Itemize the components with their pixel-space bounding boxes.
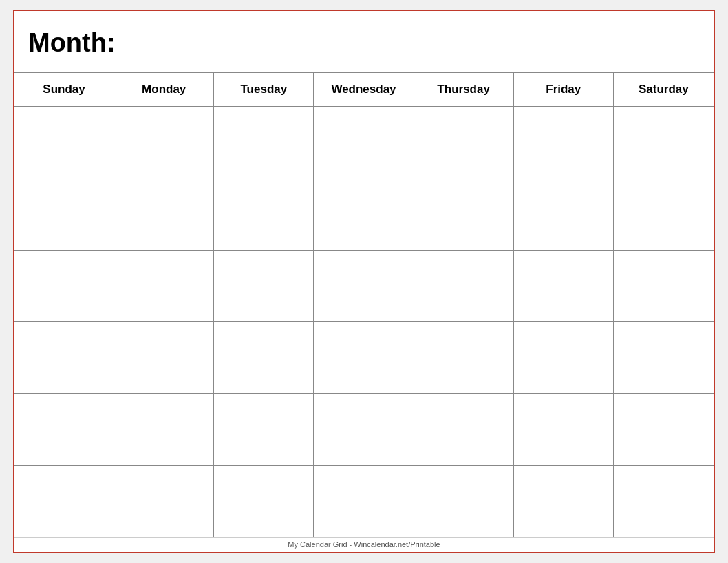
- day-cell-week3-tuesday[interactable]: [214, 251, 314, 321]
- day-header-friday: Friday: [514, 73, 614, 106]
- week-row-4: [14, 322, 714, 394]
- day-header-tuesday: Tuesday: [214, 73, 314, 106]
- day-cell-week4-friday[interactable]: [514, 322, 614, 393]
- day-cell-week6-sunday[interactable]: [14, 466, 114, 537]
- footer: My Calendar Grid - Wincalendar.net/Print…: [14, 537, 714, 552]
- day-cell-week5-wednesday[interactable]: [314, 394, 414, 465]
- day-header-sunday: Sunday: [14, 73, 114, 106]
- day-cell-week2-thursday[interactable]: [414, 178, 514, 249]
- day-cell-week1-tuesday[interactable]: [214, 107, 314, 178]
- weeks-container: [14, 107, 714, 537]
- day-cell-week3-monday[interactable]: [114, 251, 214, 321]
- day-cell-week5-friday[interactable]: [514, 394, 614, 465]
- day-cell-week4-sunday[interactable]: [14, 322, 114, 393]
- day-cell-week3-friday[interactable]: [514, 251, 614, 321]
- day-cell-week6-wednesday[interactable]: [314, 466, 414, 537]
- day-cell-week5-monday[interactable]: [114, 394, 214, 465]
- day-cell-week2-friday[interactable]: [514, 178, 614, 249]
- day-cell-week4-saturday[interactable]: [614, 322, 714, 393]
- day-cell-week3-saturday[interactable]: [614, 251, 714, 321]
- day-cell-week1-thursday[interactable]: [414, 107, 514, 178]
- day-cell-week2-monday[interactable]: [114, 178, 214, 249]
- day-cell-week6-tuesday[interactable]: [214, 466, 314, 537]
- week-row-2: [14, 178, 714, 250]
- day-cell-week5-tuesday[interactable]: [214, 394, 314, 465]
- day-header-monday: Monday: [114, 73, 214, 106]
- week-row-5: [14, 394, 714, 465]
- calendar-page: Month: SundayMondayTuesdayWednesdayThurs…: [13, 10, 715, 553]
- day-cell-week3-sunday[interactable]: [14, 251, 114, 321]
- day-cell-week4-thursday[interactable]: [414, 322, 514, 393]
- day-cell-week1-wednesday[interactable]: [314, 107, 414, 178]
- calendar-area: SundayMondayTuesdayWednesdayThursdayFrid…: [14, 73, 714, 537]
- day-cell-week1-sunday[interactable]: [14, 107, 114, 178]
- day-cell-week2-tuesday[interactable]: [214, 178, 314, 249]
- day-cell-week5-thursday[interactable]: [414, 394, 514, 465]
- day-cell-week2-saturday[interactable]: [614, 178, 714, 249]
- week-row-3: [14, 251, 714, 322]
- day-cell-week5-saturday[interactable]: [614, 394, 714, 465]
- month-header: Month:: [14, 11, 714, 73]
- day-header-saturday: Saturday: [614, 73, 714, 106]
- day-cell-week6-thursday[interactable]: [414, 466, 514, 537]
- week-row-6: [14, 466, 714, 537]
- day-cell-week6-friday[interactable]: [514, 466, 614, 537]
- footer-text: My Calendar Grid - Wincalendar.net/Print…: [288, 540, 440, 549]
- month-title: Month:: [28, 28, 116, 58]
- day-cell-week2-wednesday[interactable]: [314, 178, 414, 249]
- day-cell-week1-monday[interactable]: [114, 107, 214, 178]
- day-cell-week1-friday[interactable]: [514, 107, 614, 178]
- week-row-1: [14, 107, 714, 178]
- day-cell-week4-monday[interactable]: [114, 322, 214, 393]
- day-cell-week5-sunday[interactable]: [14, 394, 114, 465]
- day-header-thursday: Thursday: [414, 73, 514, 106]
- day-header-wednesday: Wednesday: [314, 73, 414, 106]
- day-cell-week2-sunday[interactable]: [14, 178, 114, 249]
- day-cell-week4-tuesday[interactable]: [214, 322, 314, 393]
- day-cell-week4-wednesday[interactable]: [314, 322, 414, 393]
- day-cell-week6-saturday[interactable]: [614, 466, 714, 537]
- day-cell-week3-wednesday[interactable]: [314, 251, 414, 321]
- day-cell-week6-monday[interactable]: [114, 466, 214, 537]
- day-cell-week1-saturday[interactable]: [614, 107, 714, 178]
- day-cell-week3-thursday[interactable]: [414, 251, 514, 321]
- day-headers-row: SundayMondayTuesdayWednesdayThursdayFrid…: [14, 73, 714, 107]
